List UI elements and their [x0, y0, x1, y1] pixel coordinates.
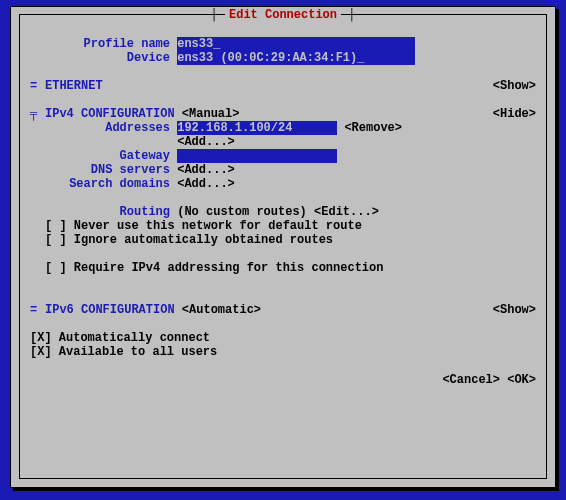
device-input[interactable]: ens33 (00:0C:29:AA:34:F1)_ — [177, 51, 415, 65]
ipv4-section-toggle[interactable]: ╤ — [30, 107, 45, 121]
title-border-right: ├ — [341, 8, 355, 22]
all-users-checkbox[interactable]: [X] — [30, 345, 52, 359]
gateway-input[interactable] — [177, 149, 337, 163]
dialog-border: ┤ Edit Connection ├ Profile name ens33_ … — [19, 14, 547, 479]
never-default-label: Never use this network for default route — [74, 219, 362, 233]
device-label: Device — [30, 51, 170, 65]
never-default-checkbox[interactable]: [ ] — [45, 219, 67, 233]
routing-edit-button[interactable]: <Edit...> — [314, 205, 379, 219]
autoconnect-checkbox[interactable]: [X] — [30, 331, 52, 345]
routing-label: Routing — [30, 205, 170, 219]
ipv6-mode-select[interactable]: <Automatic> — [182, 303, 261, 317]
ipv4-hide-button[interactable]: <Hide> — [493, 107, 536, 121]
cancel-button[interactable]: <Cancel> — [442, 373, 500, 387]
ipv4-mode-select[interactable]: <Manual> — [182, 107, 240, 121]
ipv6-show-button[interactable]: <Show> — [493, 303, 536, 317]
ethernet-section-header: ETHERNET — [45, 79, 103, 93]
search-domains-add-button[interactable]: <Add...> — [177, 177, 235, 191]
search-domains-label: Search domains — [30, 177, 170, 191]
ethernet-show-button[interactable]: <Show> — [493, 79, 536, 93]
dns-add-button[interactable]: <Add...> — [177, 163, 235, 177]
ignore-routes-label: Ignore automatically obtained routes — [74, 233, 333, 247]
profile-name-label: Profile name — [30, 37, 170, 51]
ipv6-section-header: IPv6 CONFIGURATION — [45, 303, 175, 317]
routing-status: (No custom routes) — [177, 205, 307, 219]
dns-servers-label: DNS servers — [30, 163, 170, 177]
require-ipv4-label: Require IPv4 addressing for this connect… — [74, 261, 384, 275]
ipv6-section-toggle[interactable]: = — [30, 303, 45, 317]
address-add-button[interactable]: <Add...> — [177, 135, 235, 149]
all-users-label: Available to all users — [59, 345, 217, 359]
ipv4-section-header: IPv4 CONFIGURATION — [45, 107, 175, 121]
profile-name-input[interactable]: ens33_ — [177, 37, 415, 51]
ethernet-section-toggle[interactable]: = — [30, 79, 45, 93]
address-0-input[interactable]: 192.168.1.100/24 — [177, 121, 337, 135]
dialog-window: ┤ Edit Connection ├ Profile name ens33_ … — [10, 6, 556, 488]
title-border-left: ┤ — [211, 8, 225, 22]
ignore-routes-checkbox[interactable]: [ ] — [45, 233, 67, 247]
address-0-remove-button[interactable]: <Remove> — [344, 121, 402, 135]
addresses-label: Addresses — [30, 121, 170, 135]
gateway-label: Gateway — [30, 149, 170, 163]
require-ipv4-checkbox[interactable]: [ ] — [45, 261, 67, 275]
autoconnect-label: Automatically connect — [59, 331, 210, 345]
dialog-title: Edit Connection — [225, 8, 341, 22]
ok-button[interactable]: <OK> — [507, 373, 536, 387]
